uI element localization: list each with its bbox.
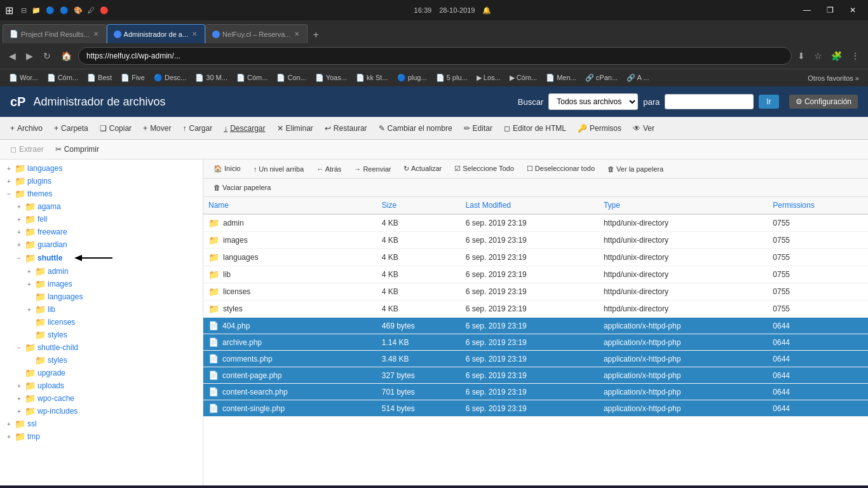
sidebar-item-fell[interactable]: + 📁 fell (0, 213, 203, 226)
window-controls[interactable]: — ❐ ✕ (797, 3, 863, 18)
config-button[interactable]: ⚙ Configuración (789, 95, 858, 109)
inicio-button[interactable]: 🏠 Inicio (208, 162, 246, 175)
search-scope-select[interactable]: Todos sus archivos (548, 93, 638, 110)
sidebar-item-shuttlechild-styles[interactable]: 📁 styles (0, 354, 203, 367)
sidebar-item-shuttle[interactable]: − 📁 shuttle (0, 251, 203, 265)
close-button[interactable]: ✕ (843, 3, 863, 18)
vaciar-papelera-button[interactable]: 🗑 Vaciar papelera (208, 181, 276, 194)
eliminar-button[interactable]: ✕ Eliminar (272, 121, 318, 135)
permisos-button[interactable]: 🔑 Permisos (573, 121, 627, 135)
reenviar-button[interactable]: → Reenviar (349, 163, 396, 175)
bookmark-kk[interactable]: 📄 kk St... (352, 72, 392, 83)
sidebar-item-shuttle-lib[interactable]: + 📁 lib (0, 303, 203, 316)
col-name[interactable]: Name (203, 197, 377, 214)
sidebar-item-uploads[interactable]: + 📁 uploads (0, 379, 203, 392)
sidebar-item-tmp[interactable]: + 📁 tmp (0, 430, 203, 443)
bookmark-a[interactable]: 🔗 A ... (623, 72, 653, 83)
bookmark-yoas[interactable]: 📄 Yoas... (311, 72, 351, 83)
sidebar-item-shuttle-languages[interactable]: 📁 languages (0, 290, 203, 303)
sidebar-item-shuttle-styles[interactable]: 📁 styles (0, 329, 203, 341)
ver-button[interactable]: 👁 Ver (628, 121, 660, 135)
table-row-name[interactable]: 📄 content-single.php (203, 400, 377, 417)
address-bar[interactable] (78, 47, 792, 65)
table-row-name[interactable]: 📄 404.php (203, 318, 377, 334)
refresh-button[interactable]: ↻ (39, 48, 55, 64)
restaurar-button[interactable]: ↩ Restaurar (320, 121, 372, 135)
ver-papelera-button[interactable]: 🗑 Ver la papelera (602, 163, 668, 175)
bookmark-wor[interactable]: 📄 Wor... (5, 72, 42, 83)
un-nivel-button[interactable]: ↑ Un nivel arriba (248, 163, 309, 175)
table-row-name[interactable]: 📁 languages (203, 249, 377, 266)
new-tab-button[interactable]: + (308, 27, 323, 43)
maximize-button[interactable]: ❐ (820, 3, 840, 18)
atras-button[interactable]: ← Atrás (311, 163, 346, 175)
bookmark-men[interactable]: 📄 Men... (542, 72, 580, 83)
bookmark-30m[interactable]: 📄 30 M... (191, 72, 231, 83)
bookmark-com1[interactable]: 📄 Cóm... (43, 72, 82, 83)
col-permissions[interactable]: Permissions (768, 197, 868, 214)
sidebar-item-wp-includes[interactable]: + 📁 wp-includes (0, 405, 203, 417)
table-row-name[interactable]: 📁 lib (203, 266, 377, 283)
table-row-name[interactable]: 📁 styles (203, 301, 377, 318)
search-input[interactable] (665, 94, 754, 109)
bookmark-los[interactable]: ▶ Los... (473, 72, 505, 83)
sidebar-item-shuttle-admin[interactable]: + 📁 admin (0, 265, 203, 278)
carpeta-button[interactable]: + Carpeta (49, 121, 93, 135)
table-row-name[interactable]: 📁 images (203, 232, 377, 249)
tab-close-1[interactable]: ✕ (92, 30, 100, 37)
bookmark-com3[interactable]: ▶ Cóm... (506, 72, 541, 83)
table-row-name[interactable]: 📁 licenses (203, 283, 377, 301)
sidebar-item-wpo-cache[interactable]: + 📁 wpo-cache (0, 392, 203, 405)
back-button[interactable]: ◀ (5, 48, 20, 64)
sidebar-item-agama[interactable]: + 📁 agama (0, 200, 203, 213)
editar-button[interactable]: ✏ Editar (459, 121, 498, 135)
col-modified[interactable]: Last Modified (461, 197, 599, 214)
tab-close-2[interactable]: ✕ (191, 30, 198, 37)
table-row-name[interactable]: 📄 comments.php (203, 351, 377, 367)
extensions-icon[interactable]: 🧩 (828, 48, 845, 64)
bookmark-plug[interactable]: 🔵 plug... (393, 72, 431, 83)
sidebar-item-shuttle-images[interactable]: + 📁 images (0, 278, 203, 290)
col-size[interactable]: Size (377, 197, 461, 214)
sidebar-item-upgrade[interactable]: 📁 upgrade (0, 367, 203, 379)
bookmark-otros[interactable]: Otros favoritos » (804, 73, 863, 83)
tab-1[interactable]: 📄 Project Find Results... ✕ (3, 24, 107, 43)
sidebar-item-themes[interactable]: − 📁 themes (0, 187, 203, 200)
sidebar-item-shuttle-child[interactable]: − 📁 shuttle-child (0, 341, 203, 354)
table-row-name[interactable]: 📄 content-page.php (203, 367, 377, 384)
bookmark-conf[interactable]: 📄 Con... (273, 72, 309, 83)
tab-close-3[interactable]: ✕ (293, 30, 301, 37)
actualizar-button[interactable]: ↻ Actualizar (398, 162, 447, 175)
minimize-button[interactable]: — (797, 3, 817, 18)
bookmark-five[interactable]: 📄 Five (117, 72, 149, 83)
deseleccionar-todo-button[interactable]: ☐ Deseleccionar todo (522, 162, 600, 175)
sidebar-item-freeware[interactable]: + 📁 freeware (0, 226, 203, 238)
comprimir-button[interactable]: ✂ Comprimir (50, 142, 104, 156)
bookmark-cpan[interactable]: 🔗 cPan... (581, 72, 621, 83)
home-button[interactable]: 🏠 (57, 48, 76, 64)
forward-button[interactable]: ▶ (22, 48, 37, 64)
sidebar-item-plugins[interactable]: + 📁 plugins (0, 175, 203, 187)
search-button[interactable]: Ir (759, 95, 778, 109)
copiar-button[interactable]: ❑ Copiar (95, 121, 137, 135)
table-row-name[interactable]: 📄 content-search.php (203, 384, 377, 400)
tab-3[interactable]: NelFuy.cl – Reserva... ✕ (205, 24, 308, 43)
cambiar-nombre-button[interactable]: ✎ Cambiar el nombre (374, 121, 458, 135)
sidebar-item-guardian[interactable]: + 📁 guardian (0, 238, 203, 251)
sidebar-item-languages[interactable]: + 📁 languages (0, 162, 203, 175)
archivo-button[interactable]: + Archivo (5, 121, 48, 135)
editor-html-button[interactable]: ◻ Editor de HTML (499, 121, 571, 135)
menu-icon[interactable]: ⋮ (848, 48, 863, 64)
bookmark-5plu[interactable]: 📄 5 plu... (432, 72, 471, 83)
table-row-name[interactable]: 📄 archive.php (203, 334, 377, 351)
bookmark-best[interactable]: 📄 Best (83, 72, 116, 83)
bookmark-desc[interactable]: 🔵 Desc... (150, 72, 190, 83)
sidebar-item-ssl[interactable]: + 📁 ssl (0, 417, 203, 430)
tab-2[interactable]: Administrador de a... ✕ (107, 24, 206, 43)
col-type[interactable]: Type (599, 197, 768, 214)
cargar-button[interactable]: ↑ Cargar (177, 121, 217, 135)
seleccione-todo-button[interactable]: ☑ Seleccione Todo (449, 162, 519, 175)
sidebar-item-shuttle-licenses[interactable]: 📁 licenses (0, 316, 203, 329)
descargar-button[interactable]: ↓ Descargar (219, 121, 270, 135)
mover-button[interactable]: + Mover (138, 121, 176, 135)
